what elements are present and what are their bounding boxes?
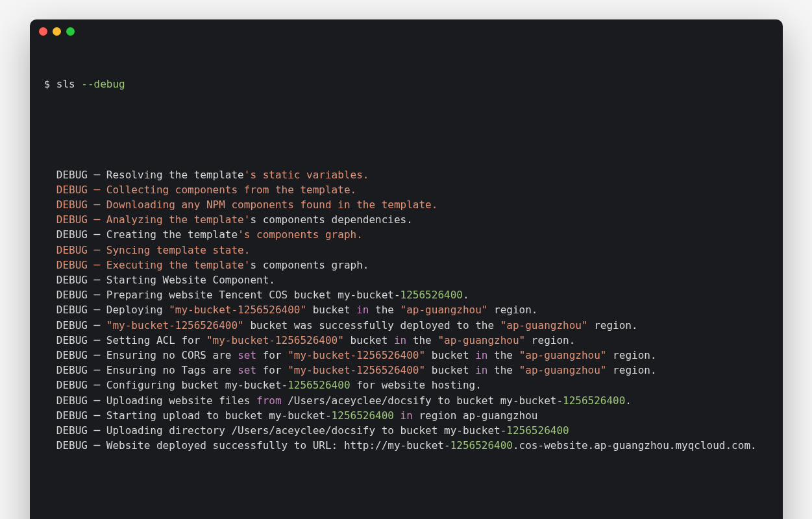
command-line: $ sls --debug xyxy=(44,77,769,91)
close-icon[interactable] xyxy=(39,27,47,36)
title-bar xyxy=(30,19,783,43)
log-line: DEBUG ─ Uploading website files from /Us… xyxy=(44,393,769,408)
log-line: DEBUG ─ Creating the template's componen… xyxy=(44,227,769,242)
log-line: DEBUG ─ "my-bucket-1256526400" bucket wa… xyxy=(44,318,769,333)
log-line: DEBUG ─ Starting upload to bucket my-buc… xyxy=(44,408,769,423)
maximize-icon[interactable] xyxy=(66,27,75,36)
log-line: DEBUG ─ Executing the template's compone… xyxy=(44,258,769,272)
log-line: DEBUG ─ Analyzing the template's compone… xyxy=(44,212,769,227)
terminal-window: $ sls --debug DEBUG ─ Resolving the temp… xyxy=(30,19,783,519)
log-line: DEBUG ─ Preparing website Tencent COS bu… xyxy=(44,287,769,302)
log-line: DEBUG ─ Resolving the template's static … xyxy=(44,167,769,182)
log-line: DEBUG ─ Deploying "my-bucket-1256526400"… xyxy=(44,302,769,317)
minimize-icon[interactable] xyxy=(53,27,61,36)
command-flag: --debug xyxy=(81,78,125,90)
log-line: DEBUG ─ Configuring bucket my-bucket-125… xyxy=(44,378,769,392)
log-line: DEBUG ─ Downloading any NPM components f… xyxy=(44,197,769,212)
command: sls xyxy=(56,78,82,90)
log-line: DEBUG ─ Ensuring no Tags are set for "my… xyxy=(44,363,769,378)
log-line: DEBUG ─ Website deployed successfully to… xyxy=(44,438,769,453)
log-line: DEBUG ─ Syncing template state. xyxy=(44,243,769,258)
log-output: DEBUG ─ Resolving the template's static … xyxy=(44,167,769,453)
log-line: DEBUG ─ Ensuring no CORS are set for "my… xyxy=(44,348,769,363)
log-line: DEBUG ─ Collecting components from the t… xyxy=(44,182,769,197)
log-line: DEBUG ─ Setting ACL for "my-bucket-12565… xyxy=(44,333,769,348)
prompt-symbol: $ xyxy=(44,78,56,90)
terminal-body[interactable]: $ sls --debug DEBUG ─ Resolving the temp… xyxy=(30,43,783,519)
log-line: DEBUG ─ Starting Website Component. xyxy=(44,272,769,287)
log-line: DEBUG ─ Uploading directory /Users/aceyc… xyxy=(44,423,769,438)
